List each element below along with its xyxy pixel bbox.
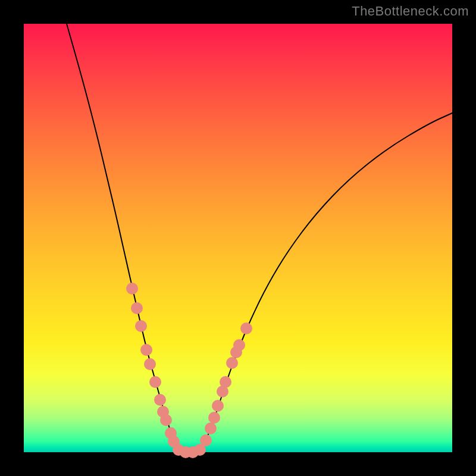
data-marker — [205, 422, 217, 434]
data-marker — [126, 283, 138, 295]
watermark-text: TheBottleneck.com — [352, 4, 469, 19]
marker-group — [126, 283, 252, 458]
data-marker — [140, 344, 152, 356]
curve-layer — [24, 24, 452, 452]
data-marker — [200, 434, 212, 446]
data-marker — [160, 414, 172, 426]
data-marker — [220, 376, 231, 388]
data-marker — [212, 400, 224, 412]
data-marker — [240, 322, 252, 334]
outer-frame: TheBottleneck.com — [0, 0, 476, 476]
data-marker — [154, 394, 166, 406]
data-marker — [131, 302, 143, 314]
plot-area — [24, 24, 452, 452]
bottleneck-curve — [67, 24, 452, 452]
data-marker — [144, 358, 156, 370]
data-marker — [226, 357, 238, 369]
data-marker — [233, 339, 245, 351]
curve-group — [67, 24, 452, 452]
data-marker — [208, 412, 220, 424]
data-marker — [149, 376, 161, 388]
data-marker — [135, 320, 147, 332]
